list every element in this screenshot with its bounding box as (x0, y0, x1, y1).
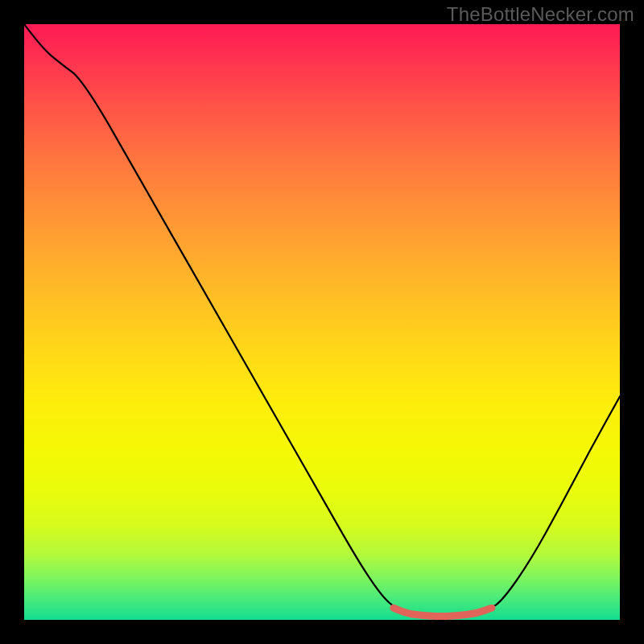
optimal-range-marker (394, 608, 492, 616)
chart-frame: TheBottleNecker.com (0, 0, 644, 644)
curve-overlay (24, 24, 620, 620)
watermark-label: TheBottleNecker.com (447, 3, 634, 26)
bottleneck-curve (24, 24, 620, 616)
